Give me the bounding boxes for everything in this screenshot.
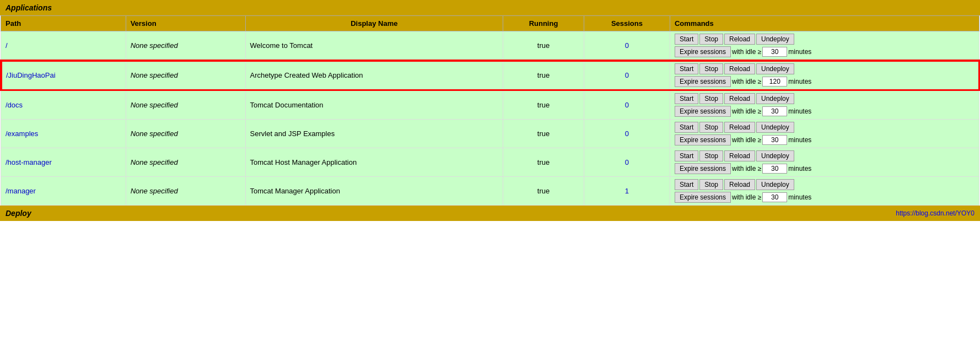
reload-button[interactable]: Reload	[724, 63, 755, 74]
table-row: /managerNone specifiedTomcat Manager App…	[1, 177, 979, 206]
cell-commands: StartStopReloadUndeployExpire sessionswi…	[670, 61, 979, 90]
with-idle-label: with idle ≥	[732, 78, 761, 85]
table-header-row: Path Version Display Name Running Sessio…	[1, 16, 979, 31]
deploy-section-header: Deploy https://blog.csdn.net/YOY0	[0, 206, 980, 221]
expire-idle-input[interactable]	[762, 135, 787, 145]
minutes-label: minutes	[788, 78, 811, 85]
stop-button[interactable]: Stop	[699, 150, 723, 161]
expire-sessions-button[interactable]: Expire sessions	[675, 134, 731, 145]
sessions-link[interactable]: 1	[625, 187, 629, 195]
stop-button[interactable]: Stop	[699, 34, 723, 45]
expire-sessions-button[interactable]: Expire sessions	[675, 106, 731, 117]
undeploy-button[interactable]: Undeploy	[756, 122, 794, 133]
cell-display-name: Archetype Created Web Application	[245, 61, 503, 90]
cell-running: true	[503, 148, 584, 177]
start-button[interactable]: Start	[675, 179, 698, 190]
sessions-link[interactable]: 0	[625, 129, 629, 138]
with-idle-label: with idle ≥	[732, 48, 761, 56]
expire-sessions-button[interactable]: Expire sessions	[675, 163, 731, 174]
path-link[interactable]: /host-manager	[6, 158, 52, 166]
path-link[interactable]: /JiuDingHaoPai	[6, 71, 56, 79]
minutes-label: minutes	[788, 193, 811, 201]
col-header-commands: Commands	[670, 16, 979, 31]
table-row: /None specifiedWelcome to Tomcattrue0Sta…	[1, 31, 979, 61]
stop-button[interactable]: Stop	[699, 93, 723, 104]
cell-sessions: 1	[584, 177, 670, 206]
cell-display-name: Welcome to Tomcat	[245, 31, 503, 61]
undeploy-button[interactable]: Undeploy	[756, 63, 794, 74]
cell-path: /JiuDingHaoPai	[1, 61, 126, 90]
cell-running: true	[503, 31, 584, 61]
cell-display-name: Tomcat Documentation	[245, 90, 503, 120]
with-idle-label: with idle ≥	[732, 136, 761, 144]
minutes-label: minutes	[788, 165, 811, 172]
sessions-link[interactable]: 0	[625, 71, 629, 79]
cell-commands: StartStopReloadUndeployExpire sessionswi…	[670, 177, 979, 206]
start-button[interactable]: Start	[675, 93, 698, 104]
csdn-link[interactable]: https://blog.csdn.net/YOY0	[896, 209, 974, 217]
expire-idle-input[interactable]	[762, 47, 787, 57]
start-button[interactable]: Start	[675, 63, 698, 74]
cell-sessions: 0	[584, 31, 670, 61]
expire-idle-input[interactable]	[762, 192, 787, 202]
expire-idle-input[interactable]	[762, 77, 787, 87]
sessions-link[interactable]: 0	[625, 41, 629, 50]
undeploy-button[interactable]: Undeploy	[756, 150, 794, 161]
path-link[interactable]: /examples	[6, 129, 38, 138]
cell-sessions: 0	[584, 61, 670, 90]
reload-button[interactable]: Reload	[724, 179, 755, 190]
expire-sessions-button[interactable]: Expire sessions	[675, 76, 731, 87]
sessions-link[interactable]: 0	[625, 101, 629, 109]
col-header-display-name: Display Name	[245, 16, 503, 31]
cell-version: None specified	[126, 90, 245, 120]
path-link[interactable]: /	[6, 41, 8, 50]
start-button[interactable]: Start	[675, 150, 698, 161]
cell-version: None specified	[126, 177, 245, 206]
stop-button[interactable]: Stop	[699, 179, 723, 190]
start-button[interactable]: Start	[675, 34, 698, 45]
expire-idle-input[interactable]	[762, 164, 787, 174]
with-idle-label: with idle ≥	[732, 193, 761, 201]
col-header-path: Path	[1, 16, 126, 31]
path-link[interactable]: /manager	[6, 187, 36, 195]
expire-idle-input[interactable]	[762, 106, 787, 116]
cell-commands: StartStopReloadUndeployExpire sessionswi…	[670, 148, 979, 177]
cell-path: /docs	[1, 90, 126, 120]
cell-sessions: 0	[584, 148, 670, 177]
cell-sessions: 0	[584, 90, 670, 120]
reload-button[interactable]: Reload	[724, 122, 755, 133]
reload-button[interactable]: Reload	[724, 150, 755, 161]
cell-running: true	[503, 120, 584, 148]
cell-commands: StartStopReloadUndeployExpire sessionswi…	[670, 31, 979, 61]
reload-button[interactable]: Reload	[724, 34, 755, 45]
stop-button[interactable]: Stop	[699, 122, 723, 133]
stop-button[interactable]: Stop	[699, 63, 723, 74]
table-row: /JiuDingHaoPaiNone specifiedArchetype Cr…	[1, 61, 979, 90]
cell-running: true	[503, 90, 584, 120]
applications-table: Path Version Display Name Running Sessio…	[0, 15, 980, 206]
undeploy-button[interactable]: Undeploy	[756, 179, 794, 190]
col-header-version: Version	[126, 16, 245, 31]
undeploy-button[interactable]: Undeploy	[756, 34, 794, 45]
cell-version: None specified	[126, 120, 245, 148]
cell-path: /	[1, 31, 126, 61]
minutes-label: minutes	[788, 136, 811, 144]
deploy-label: Deploy	[6, 209, 31, 218]
cell-display-name: Tomcat Manager Application	[245, 177, 503, 206]
minutes-label: minutes	[788, 48, 811, 56]
path-link[interactable]: /docs	[6, 101, 23, 109]
cell-display-name: Servlet and JSP Examples	[245, 120, 503, 148]
start-button[interactable]: Start	[675, 122, 698, 133]
expire-sessions-button[interactable]: Expire sessions	[675, 192, 731, 203]
sessions-link[interactable]: 0	[625, 158, 629, 166]
table-row: /examplesNone specifiedServlet and JSP E…	[1, 120, 979, 148]
cell-path: /host-manager	[1, 148, 126, 177]
expire-sessions-button[interactable]: Expire sessions	[675, 46, 731, 57]
col-header-running: Running	[503, 16, 584, 31]
undeploy-button[interactable]: Undeploy	[756, 93, 794, 104]
table-row: /host-managerNone specifiedTomcat Host M…	[1, 148, 979, 177]
reload-button[interactable]: Reload	[724, 93, 755, 104]
cell-path: /manager	[1, 177, 126, 206]
cell-commands: StartStopReloadUndeployExpire sessionswi…	[670, 120, 979, 148]
with-idle-label: with idle ≥	[732, 107, 761, 115]
